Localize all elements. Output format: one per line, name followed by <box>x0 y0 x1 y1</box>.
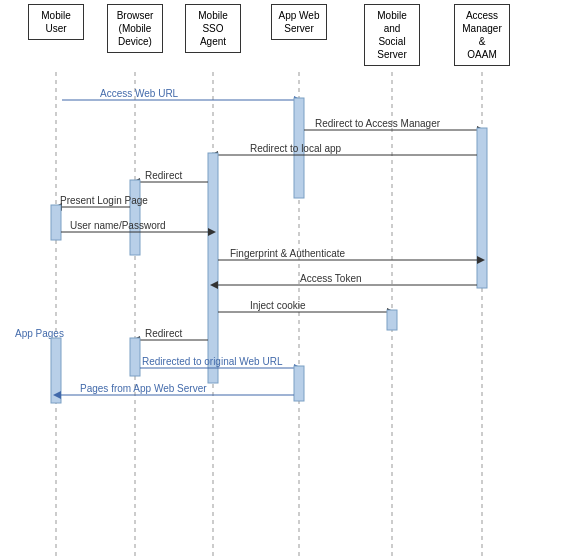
svg-marker-23 <box>54 203 62 211</box>
svg-rect-21 <box>130 180 140 255</box>
svg-marker-27 <box>208 228 216 236</box>
lifeline-access-manager: AccessManager &OAAM <box>454 4 510 66</box>
svg-marker-36 <box>387 308 395 316</box>
svg-text:Redirect to local app: Redirect to local app <box>250 143 342 154</box>
svg-text:Redirect: Redirect <box>145 170 182 181</box>
lifeline-mobile-social: Mobile andSocial Server <box>364 4 420 66</box>
svg-text:Pages from App Web Server: Pages from App Web Server <box>80 383 207 394</box>
svg-marker-15 <box>210 151 218 159</box>
svg-marker-33 <box>210 281 218 289</box>
lifeline-browser: Browser(MobileDevice) <box>107 4 163 53</box>
sequence-diagram: Access Web URL Redirect to Access Manage… <box>0 0 562 557</box>
svg-rect-25 <box>51 205 61 240</box>
svg-marker-19 <box>132 178 140 186</box>
svg-marker-7 <box>294 96 302 104</box>
svg-marker-50 <box>53 391 61 399</box>
svg-text:Redirect to Access Manager: Redirect to Access Manager <box>315 118 441 129</box>
svg-text:User name/Password: User name/Password <box>70 220 166 231</box>
arrows-svg: Access Web URL Redirect to Access Manage… <box>0 0 562 557</box>
svg-rect-43 <box>130 338 140 376</box>
svg-text:App Pages: App Pages <box>15 328 64 339</box>
svg-rect-48 <box>294 366 304 401</box>
svg-text:Access Token: Access Token <box>300 273 362 284</box>
svg-marker-11 <box>477 126 485 134</box>
svg-text:Redirected to original Web URL: Redirected to original Web URL <box>142 356 283 367</box>
svg-text:Fingerprint & Authenticate: Fingerprint & Authenticate <box>230 248 346 259</box>
svg-marker-40 <box>132 336 140 344</box>
lifeline-mobile-user: Mobile User <box>28 4 84 40</box>
svg-rect-13 <box>477 128 487 288</box>
svg-rect-17 <box>208 153 218 383</box>
svg-text:Present Login Page: Present Login Page <box>60 195 148 206</box>
svg-text:Redirect: Redirect <box>145 328 182 339</box>
svg-marker-46 <box>294 364 302 372</box>
svg-rect-38 <box>387 310 397 330</box>
lifeline-mobile-sso: MobileSSOAgent <box>185 4 241 53</box>
svg-text:Inject cookie: Inject cookie <box>250 300 306 311</box>
svg-rect-9 <box>294 98 304 198</box>
lifeline-app-web: App WebServer <box>271 4 327 40</box>
svg-text:Access Web URL: Access Web URL <box>100 88 179 99</box>
svg-rect-44 <box>51 338 61 403</box>
svg-marker-30 <box>477 256 485 264</box>
